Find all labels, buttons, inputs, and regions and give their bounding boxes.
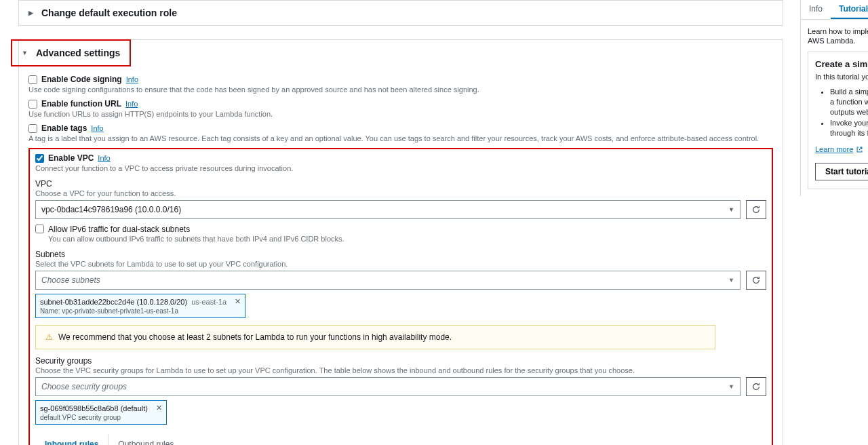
tab-outbound-rules[interactable]: Outbound rules xyxy=(108,434,183,445)
start-tutorial-button[interactable]: Start tutorial xyxy=(815,163,868,180)
chevron-down-icon: ▼ xyxy=(728,277,734,284)
subnet-token-id: subnet-0b31adde22bcc2d4e (10.0.128.0/20) xyxy=(40,298,187,306)
chevron-down-icon: ▼ xyxy=(728,206,734,213)
vpc-info-link[interactable]: Info xyxy=(98,154,110,162)
advanced-settings-header[interactable]: Advanced settings xyxy=(12,41,130,65)
warning-icon: ⚠ xyxy=(45,332,53,342)
enable-code-signing-row: Enable Code signing Info Use code signin… xyxy=(28,75,773,94)
change-exec-role-title: Change default execution role xyxy=(41,7,177,18)
tab-inbound-rules[interactable]: Inbound rules xyxy=(35,434,108,445)
subnet-token: subnet-0b31adde22bcc2d4e (10.0.128.0/20)… xyxy=(35,294,245,318)
function-url-info-link[interactable]: Info xyxy=(125,100,138,108)
tab-tutorials[interactable]: Tutorials xyxy=(831,0,868,19)
tutorial-card-sub: In this tutorial you will to: xyxy=(815,72,868,81)
change-exec-role-panel: Change default execution role xyxy=(18,0,783,26)
sg-select[interactable]: Choose security groups ▼ xyxy=(35,377,741,396)
enable-tags-row: Enable tags Info A tag is a label that y… xyxy=(28,123,773,142)
sg-placeholder: Choose security groups xyxy=(41,382,127,391)
subnets-placeholder: Choose subnets xyxy=(41,275,100,285)
vpc-field-sub: Choose a VPC for your function to access… xyxy=(35,189,766,197)
vpc-field-label: VPC xyxy=(35,179,766,189)
refresh-icon xyxy=(751,382,761,391)
refresh-icon xyxy=(751,275,761,285)
subnet-token-name: Name: vpc-private-subnet-private1-us-eas… xyxy=(40,307,241,315)
sg-field-label: Security groups xyxy=(35,356,766,366)
tutorials-intro: Learn how to implement cases in AWS Lamb… xyxy=(808,26,868,46)
allow-ipv6-label: Allow IPv6 traffic for dual-stack subnet… xyxy=(48,225,344,234)
external-link-icon xyxy=(856,146,863,153)
allow-ipv6-checkbox[interactable] xyxy=(35,225,44,233)
vpc-config-block: Enable VPC Info Connect your function to… xyxy=(28,148,773,445)
enable-vpc-label: Enable VPC xyxy=(48,153,94,163)
code-signing-info-link[interactable]: Info xyxy=(126,75,138,83)
sg-token-id: sg-069f0598b55c8a6b8 (default) xyxy=(40,404,148,412)
vpc-refresh-button[interactable] xyxy=(746,200,766,219)
vpc-select[interactable]: vpc-0bdac14c978619a96 (10.0.0.0/16) ▼ xyxy=(35,200,741,219)
subnets-field-label: Subnets xyxy=(35,250,766,259)
enable-function-url-label: Enable function URL xyxy=(41,99,121,109)
sg-token-name: default VPC security group xyxy=(40,414,162,421)
enable-code-signing-checkbox[interactable] xyxy=(28,75,37,84)
subnet-token-remove[interactable]: ✕ xyxy=(235,297,241,306)
tags-info-link[interactable]: Info xyxy=(91,124,103,132)
sg-refresh-button[interactable] xyxy=(746,377,766,396)
advanced-settings-panel: Advanced settings Enable Code signing In… xyxy=(18,39,783,445)
subnet-token-az: us-east-1a xyxy=(191,298,226,306)
vpc-desc: Connect your function to a VPC to access… xyxy=(35,164,766,172)
enable-tags-checkbox[interactable] xyxy=(28,124,37,133)
sg-token-remove[interactable]: ✕ xyxy=(156,404,162,412)
vpc-select-value: vpc-0bdac14c978619a96 (10.0.0.0/16) xyxy=(41,205,181,214)
tutorial-bullet: Build a simple consisting of a function … xyxy=(830,87,868,117)
enable-tags-label: Enable tags xyxy=(41,123,87,133)
code-signing-desc: Use code signing configurations to ensur… xyxy=(28,85,773,94)
function-url-desc: Use function URLs to assign HTTP(S) endp… xyxy=(28,110,773,118)
subnets-warning-text: We recommend that you choose at least 2 … xyxy=(58,332,452,342)
enable-function-url-row: Enable function URL Info Use function UR… xyxy=(28,99,773,118)
subnets-refresh-button[interactable] xyxy=(746,271,766,290)
enable-function-url-checkbox[interactable] xyxy=(28,100,37,109)
chevron-down-icon: ▼ xyxy=(728,383,734,390)
allow-ipv6-desc: You can allow outbound IPv6 traffic to s… xyxy=(48,235,344,243)
sg-field-sub: Choose the VPC security groups for Lambd… xyxy=(35,366,766,374)
change-exec-role-header[interactable]: Change default execution role xyxy=(19,1,783,25)
subnets-select[interactable]: Choose subnets ▼ xyxy=(35,271,741,290)
subnets-warning: ⚠ We recommend that you choose at least … xyxy=(35,325,715,349)
sg-token: sg-069f0598b55c8a6b8 (default) ✕ default… xyxy=(35,400,167,425)
rules-tabs: Inbound rules Outbound rules xyxy=(35,434,766,445)
tutorial-card-title: Create a simple app xyxy=(815,59,868,69)
subnets-field-sub: Select the VPC subnets for Lambda to use… xyxy=(35,260,766,268)
help-panel: Info Tutorials Learn how to implement ca… xyxy=(800,0,868,196)
advanced-settings-title: Advanced settings xyxy=(36,47,120,58)
refresh-icon xyxy=(751,205,761,214)
enable-vpc-checkbox[interactable] xyxy=(35,154,44,163)
tutorial-bullet: Invoke your function through its functio… xyxy=(830,118,868,138)
tab-info[interactable]: Info xyxy=(801,0,831,19)
tags-desc: A tag is a label that you assign to an A… xyxy=(28,134,773,142)
enable-code-signing-label: Enable Code signing xyxy=(41,75,122,84)
learn-more-link[interactable]: Learn more xyxy=(815,145,863,153)
